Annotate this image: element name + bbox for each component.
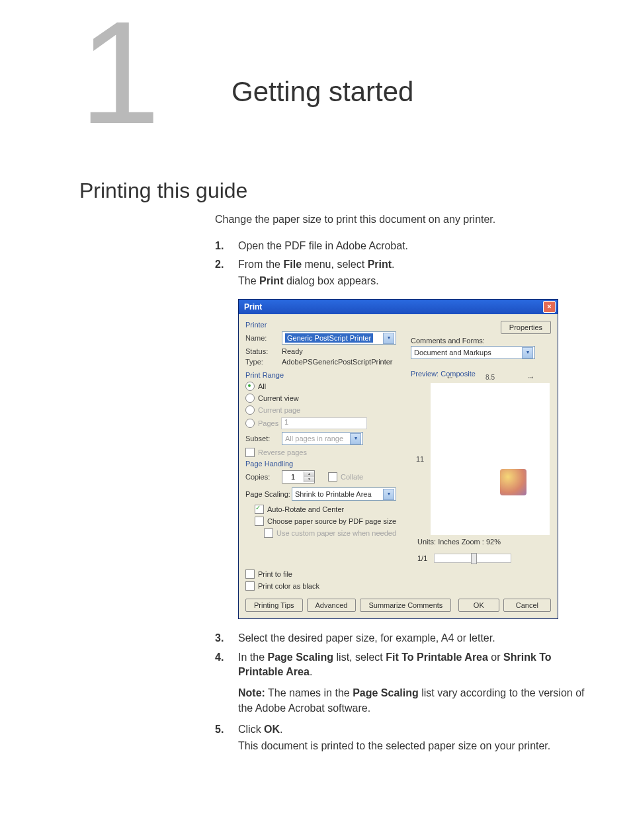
checkbox-icon xyxy=(245,448,255,457)
step-3: Select the desired paper size, for examp… xyxy=(215,631,591,646)
checkbox-icon xyxy=(255,517,264,526)
step-5-sub: This document is printed to the selected… xyxy=(238,739,591,753)
chevron-down-icon: ▾ xyxy=(383,489,394,500)
preview-area: 8.5 11 xyxy=(431,383,550,535)
printer-group-label: Printer xyxy=(245,321,398,329)
dialog-title: Print xyxy=(244,302,262,312)
autorotate-row[interactable]: Auto-Rotate and Center xyxy=(255,505,398,514)
radio-pages-label: Pages xyxy=(258,419,281,427)
page-handling-group-label: Page Handling xyxy=(245,460,398,468)
custompaper-row: Use custom paper size when needed xyxy=(264,528,398,538)
spinner-up-icon[interactable]: ▲ xyxy=(304,472,314,477)
intro-text: Change the paper size to print this docu… xyxy=(215,214,591,226)
copies-label: Copies: xyxy=(245,473,282,481)
radio-icon xyxy=(245,382,255,391)
step-4-note: Note: The names in the Page Scaling list… xyxy=(238,686,591,716)
section-title: Printing this guide xyxy=(79,179,591,203)
type-label: Type: xyxy=(245,358,282,366)
print-range-group-label: Print Range xyxy=(245,371,398,379)
radio-all-row[interactable]: All xyxy=(245,382,398,391)
step-1: Open the PDF file in Adobe Acrobat. xyxy=(215,239,591,253)
step-5: Click OK. This document is printed to th… xyxy=(215,722,591,753)
chevron-down-icon: ▾ xyxy=(383,333,394,344)
slider-thumb-icon xyxy=(471,553,477,564)
step-2-sub: The Print dialog box appears. xyxy=(238,274,591,288)
units-text: Units: Inches Zoom : 92% xyxy=(417,538,551,546)
step-4-text: In the Page Scaling list, select Fit To … xyxy=(238,651,552,677)
subset-value: All pages in range xyxy=(285,435,343,442)
comments-forms-select[interactable]: Document and Markups ▾ xyxy=(411,346,535,359)
scaling-value: Shrink to Printable Area xyxy=(295,490,372,498)
ok-button[interactable]: OK xyxy=(458,599,499,612)
properties-button[interactable]: Properties xyxy=(501,321,551,334)
cancel-button[interactable]: Cancel xyxy=(503,599,551,612)
papersource-row[interactable]: Choose paper source by PDF page size xyxy=(255,517,398,526)
chapter-header: 1 Getting started xyxy=(79,26,591,159)
papersource-label: Choose paper source by PDF page size xyxy=(267,517,396,525)
radio-icon xyxy=(245,405,255,415)
subset-label: Subset: xyxy=(245,435,282,442)
step-1-text: Open the PDF file in Adobe Acrobat. xyxy=(238,240,408,251)
checkbox-icon xyxy=(328,472,337,482)
printer-name-value: Generic PostScript Printer xyxy=(285,333,373,343)
radio-currentpage-label: Current page xyxy=(258,406,300,414)
comments-forms-label: Comments and Forms: xyxy=(411,337,551,345)
copies-value[interactable] xyxy=(282,472,304,482)
checkbox-icon xyxy=(255,505,264,514)
collate-label: Collate xyxy=(341,473,363,481)
step-2: From the File menu, select Print. The Pr… xyxy=(215,257,591,288)
chapter-title: Getting started xyxy=(231,76,413,108)
printing-tips-button[interactable]: Printing Tips xyxy=(245,599,303,612)
step-3-text: Select the desired paper size, for examp… xyxy=(238,632,495,644)
chevron-down-icon: ▾ xyxy=(350,433,361,444)
pages-input: 1 xyxy=(281,417,367,429)
step-5-text: Click OK. xyxy=(238,724,283,735)
custompaper-label: Use custom paper size when needed xyxy=(276,529,396,537)
spinner-down-icon[interactable]: ▼ xyxy=(304,477,314,482)
print-black-label: Print color as black xyxy=(258,582,319,590)
reverse-pages-row: Reverse pages xyxy=(245,448,398,457)
page-scaling-select[interactable]: Shrink to Printable Area ▾ xyxy=(292,487,396,501)
steps-list: Open the PDF file in Adobe Acrobat. From… xyxy=(215,239,591,288)
preview-thumbnail xyxy=(500,469,526,495)
print-to-file-label: Print to file xyxy=(258,570,292,578)
page-count: 1/1 xyxy=(417,554,427,562)
radio-currentview-label: Current view xyxy=(258,394,299,402)
copies-spinner[interactable]: ▲▼ xyxy=(282,470,315,483)
radio-currentpage-row: Current page xyxy=(245,405,398,415)
steps-list-cont: Select the desired paper size, for examp… xyxy=(215,631,591,753)
status-label: Status: xyxy=(245,347,282,355)
chapter-number: 1 xyxy=(79,0,160,146)
checkbox-icon xyxy=(245,581,255,591)
summarize-comments-button[interactable]: Summarize Comments xyxy=(360,599,451,612)
step-2-text: From the File menu, select Print. xyxy=(238,259,395,270)
printer-name-select[interactable]: Generic PostScript Printer ▾ xyxy=(282,331,396,345)
subset-select: All pages in range ▾ xyxy=(282,432,363,445)
preview-width: 8.5 xyxy=(431,374,550,381)
name-label: Name: xyxy=(245,334,282,342)
preview-height: 11 xyxy=(416,455,424,463)
status-value: Ready xyxy=(282,347,303,355)
advanced-button[interactable]: Advanced xyxy=(307,599,357,612)
radio-all-label: All xyxy=(258,382,266,390)
radio-currentview-row[interactable]: Current view xyxy=(245,394,398,403)
step-4: In the Page Scaling list, select Fit To … xyxy=(215,650,591,716)
page-slider[interactable] xyxy=(434,554,511,563)
print-to-file-row[interactable]: Print to file xyxy=(245,569,551,579)
type-value: AdobePSGenericPostScriptPrinter xyxy=(282,358,393,366)
checkbox-icon xyxy=(245,569,255,579)
scaling-label: Page Scaling: xyxy=(245,490,292,498)
reverse-pages-label: Reverse pages xyxy=(258,448,307,456)
comments-forms-value: Document and Markups xyxy=(414,349,491,357)
radio-icon xyxy=(245,419,255,428)
radio-icon xyxy=(245,394,255,403)
print-black-row[interactable]: Print color as black xyxy=(245,581,551,591)
close-icon[interactable]: × xyxy=(543,301,556,313)
radio-pages-row: Pages 1 xyxy=(245,417,398,429)
checkbox-icon xyxy=(264,528,273,538)
dialog-titlebar: Print × xyxy=(239,300,558,314)
autorotate-label: Auto-Rotate and Center xyxy=(267,505,344,513)
print-dialog: Print × Printer Name: Generic PostScript… xyxy=(238,299,558,619)
chevron-down-icon: ▾ xyxy=(522,347,533,358)
